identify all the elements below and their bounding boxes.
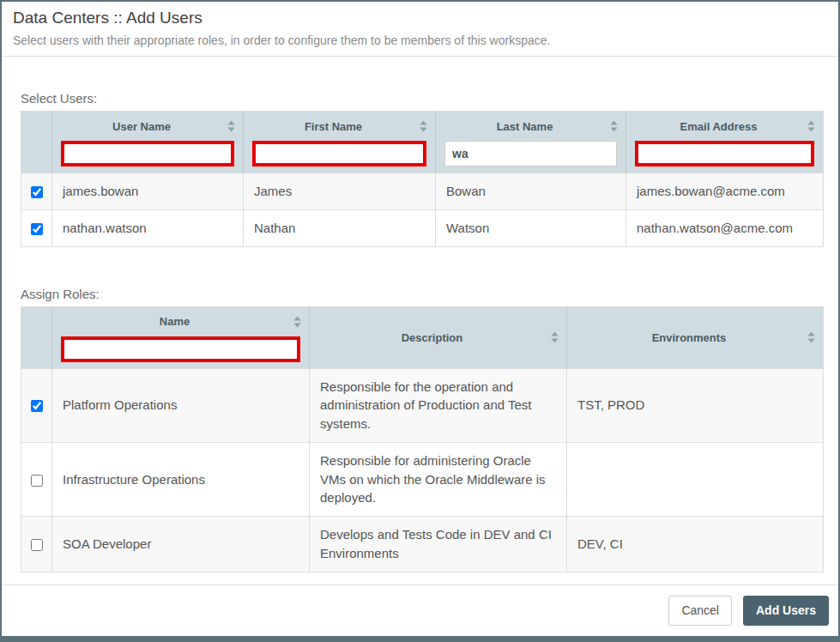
column-header-user-name[interactable]: User Name: [52, 112, 244, 173]
role-description-cell: Responsible for the operation and admini…: [310, 368, 567, 442]
email-cell: nathan.watson@acme.com: [626, 209, 824, 246]
roles-table: Name Description: [21, 306, 824, 572]
role-select-cell: [21, 517, 52, 572]
column-label-role-name: Name: [160, 315, 190, 328]
role-name-cell: Platform Operations: [52, 368, 310, 442]
section-label-assign-roles: Assign Roles:: [21, 287, 819, 301]
sort-icon[interactable]: [293, 316, 301, 327]
role-checkbox[interactable]: [31, 475, 43, 487]
column-label-description: Description: [402, 331, 463, 344]
dialog-body: Select Users: User Name: [2, 57, 838, 572]
role-environments-cell: DEV, CI: [567, 517, 824, 572]
role-checkbox[interactable]: [31, 400, 43, 412]
role-name-cell: Infrastructure Operations: [52, 442, 310, 516]
role-environments-cell: TST, PROD: [567, 368, 824, 442]
role-row-infrastructure-operations: Infrastructure Operations Responsible fo…: [21, 442, 824, 516]
filter-input-last-name[interactable]: [444, 141, 617, 167]
role-description-cell: Responsible for administering Oracle VMs…: [310, 442, 567, 516]
role-description-cell: Develops and Tests Code in DEV and CI En…: [310, 517, 567, 572]
column-header-environments[interactable]: Environments: [567, 306, 824, 368]
sort-icon[interactable]: [420, 121, 427, 132]
sort-icon[interactable]: [807, 121, 815, 132]
column-label-environments: Environments: [652, 331, 727, 344]
page-subtitle: Select users with their appropriate role…: [13, 33, 827, 47]
user-checkbox[interactable]: [31, 223, 43, 235]
sort-icon[interactable]: [807, 332, 815, 343]
dialog-footer: Cancel Add Users: [2, 584, 838, 636]
page-title: Data Centers :: Add Users: [13, 9, 827, 27]
last-name-cell: Bowan: [436, 173, 626, 210]
sort-icon[interactable]: [227, 121, 235, 132]
column-header-select: [21, 112, 52, 173]
role-select-cell: [21, 368, 52, 442]
column-label-last-name: Last Name: [497, 120, 553, 133]
user-name-cell: james.bowan: [52, 173, 244, 210]
column-header-last-name[interactable]: Last Name: [436, 112, 626, 173]
role-name-cell: SOA Developer: [52, 517, 310, 572]
section-label-select-users: Select Users:: [21, 91, 819, 106]
column-header-email-address[interactable]: Email Address: [626, 112, 824, 173]
add-users-dialog: Data Centers :: Add Users Select users w…: [0, 0, 840, 642]
filter-input-user-name[interactable]: [61, 141, 234, 167]
add-users-button[interactable]: Add Users: [743, 596, 829, 626]
column-label-email-address: Email Address: [680, 120, 758, 133]
column-header-first-name[interactable]: First Name: [244, 112, 436, 173]
filter-input-first-name[interactable]: [252, 141, 426, 167]
filter-input-email-address[interactable]: [635, 141, 814, 167]
column-label-first-name: First Name: [305, 120, 362, 133]
column-label-user-name: User Name: [112, 120, 171, 133]
sort-icon[interactable]: [551, 332, 559, 343]
user-select-cell: [21, 209, 52, 246]
user-name-cell: nathan.watson: [52, 209, 244, 246]
role-checkbox[interactable]: [31, 539, 43, 551]
cancel-button[interactable]: Cancel: [668, 596, 732, 626]
user-checkbox[interactable]: [31, 186, 43, 198]
role-row-platform-operations: Platform Operations Responsible for the …: [21, 368, 824, 442]
column-header-description[interactable]: Description: [310, 306, 567, 368]
role-row-soa-developer: SOA Developer Develops and Tests Code in…: [21, 517, 824, 572]
last-name-cell: Watson: [436, 209, 626, 246]
role-environments-cell: [567, 442, 824, 516]
user-row-nathan-watson: nathan.watson Nathan Watson nathan.watso…: [21, 209, 824, 246]
role-select-cell: [21, 442, 52, 516]
user-select-cell: [21, 173, 52, 210]
user-row-james-bowan: james.bowan James Bowan james.bowan@acme…: [21, 173, 824, 210]
email-cell: james.bowan@acme.com: [626, 173, 824, 210]
dialog-header: Data Centers :: Add Users Select users w…: [2, 2, 838, 57]
filter-input-role-name[interactable]: [61, 336, 300, 362]
first-name-cell: Nathan: [244, 209, 436, 246]
column-header-select: [21, 306, 52, 368]
first-name-cell: James: [244, 173, 436, 210]
sort-icon[interactable]: [610, 121, 618, 132]
column-header-role-name[interactable]: Name: [52, 306, 310, 368]
users-table: User Name First Name: [21, 111, 824, 247]
